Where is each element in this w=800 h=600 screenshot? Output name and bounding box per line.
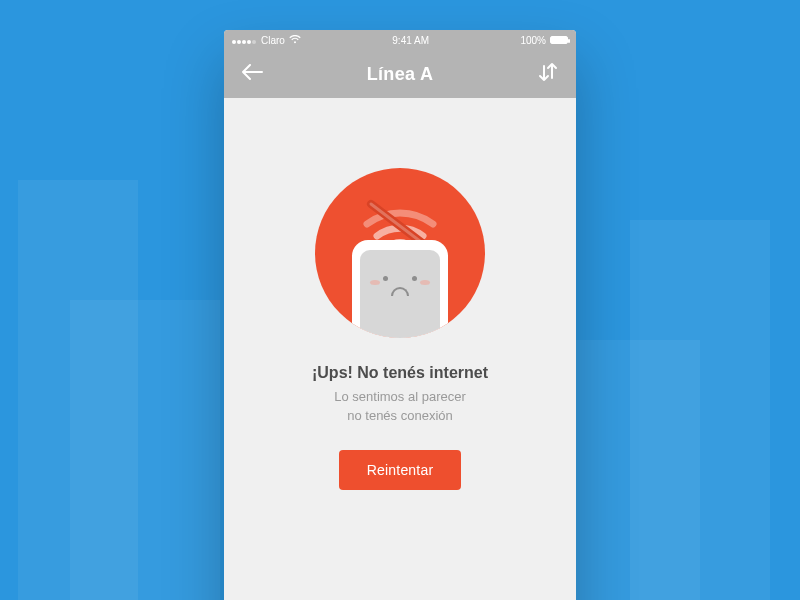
carrier-label: Claro	[261, 35, 285, 46]
swap-direction-button[interactable]	[534, 60, 562, 88]
back-button[interactable]	[238, 60, 266, 88]
clock: 9:41 AM	[392, 35, 429, 46]
status-bar: Claro 9:41 AM 100%	[224, 30, 576, 50]
wifi-icon	[289, 35, 301, 46]
error-title: ¡Ups! No tenés internet	[312, 364, 488, 382]
swap-arrows-icon	[537, 62, 559, 86]
signal-icon	[232, 35, 257, 46]
nav-title: Línea A	[367, 64, 433, 85]
error-subtitle: Lo sentimos al parecer no tenés conexión	[334, 388, 466, 426]
battery-percent: 100%	[520, 35, 546, 46]
battery-icon	[550, 36, 568, 44]
nav-bar: Línea A	[224, 50, 576, 98]
phone-frame: Claro 9:41 AM 100% Línea A	[224, 30, 576, 600]
retry-button[interactable]: Reintentar	[339, 450, 462, 490]
sad-phone-icon	[352, 240, 448, 338]
back-arrow-icon	[241, 64, 263, 84]
no-internet-illustration	[315, 168, 485, 338]
error-screen: ¡Ups! No tenés internet Lo sentimos al p…	[224, 98, 576, 600]
